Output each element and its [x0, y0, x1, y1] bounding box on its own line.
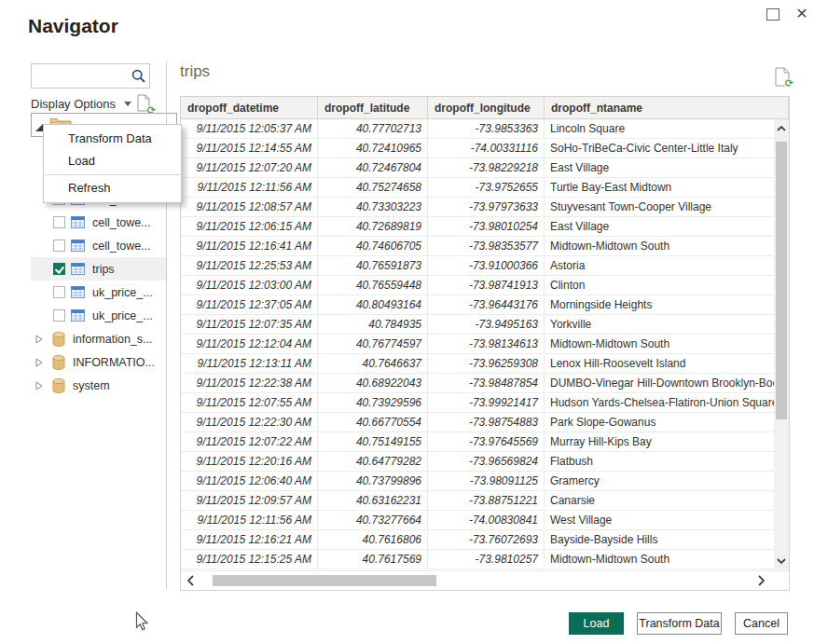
cell-dropoff_datetime: 9/11/2015 12:20:16 AM [181, 452, 318, 471]
tree-item-system[interactable]: system [31, 374, 166, 397]
checkbox[interactable] [53, 240, 65, 252]
cell-dropoff_latitude: 40.7617569 [318, 550, 428, 569]
data-preview-table: dropoff_datetimedropoff_latitudedropoff_… [180, 96, 790, 591]
scroll-down-icon[interactable] [774, 552, 789, 570]
display-options-dropdown[interactable]: Display Options ⟳ [31, 94, 164, 113]
column-header-dropoff_datetime[interactable]: dropoff_datetime [181, 97, 318, 118]
tree-item-label: cell_towe... [92, 240, 151, 253]
tree-item-uk-price-[interactable]: uk_price_... [31, 281, 166, 304]
cell-dropoff_datetime: 9/11/2015 12:16:21 AM [181, 530, 318, 549]
cell-dropoff_latitude: 40.73277664 [318, 511, 428, 529]
column-header-dropoff_ntaname[interactable]: dropoff_ntaname [545, 97, 789, 118]
close-icon[interactable]: ✕ [793, 6, 810, 22]
cell-dropoff_longitude: -73.97973633 [428, 198, 545, 216]
search-input[interactable] [32, 70, 131, 83]
tree-item-informatio-[interactable]: INFORMATIO... [31, 350, 166, 374]
table-icon [71, 240, 85, 252]
cell-dropoff_datetime: 9/11/2015 12:06:15 AM [181, 217, 318, 236]
table-row: 9/11/2015 12:11:56 AM40.73277664-74.0083… [181, 511, 774, 530]
menu-item-refresh[interactable]: Refresh [44, 177, 181, 199]
refresh-data-icon[interactable]: ⟳ [775, 67, 791, 86]
table-icon [71, 309, 85, 322]
cell-dropoff_longitude: -73.9853363 [428, 119, 545, 138]
vertical-scroll-thumb[interactable] [776, 142, 787, 419]
cell-dropoff_datetime: 9/11/2015 12:07:22 AM [181, 432, 318, 451]
transform-data-button[interactable]: Transform Data [637, 612, 722, 635]
cancel-button[interactable]: Cancel [735, 612, 788, 635]
menu-item-load[interactable]: Load [44, 150, 181, 172]
scroll-left-icon[interactable] [181, 573, 200, 588]
cell-dropoff_ntaname: West Village [545, 511, 774, 529]
cell-dropoff_latitude: 40.73929596 [318, 393, 428, 412]
column-header-dropoff_latitude[interactable]: dropoff_latitude [318, 97, 428, 118]
database-icon [52, 355, 65, 370]
checkbox[interactable] [53, 216, 65, 228]
table-row: 9/11/2015 12:07:35 AM40.784935-73.949516… [181, 315, 774, 335]
database-icon [52, 332, 65, 347]
table-row: 9/11/2015 12:22:30 AM40.66770554-73.9875… [181, 413, 774, 432]
load-button[interactable]: Load [569, 612, 624, 635]
collapsed-arrow-icon[interactable] [35, 358, 43, 367]
cell-dropoff_ntaname: East Village [545, 158, 774, 177]
cell-dropoff_ntaname: Park Slope-Gowanus [545, 413, 774, 432]
table-row: 9/11/2015 12:06:15 AM40.72689819-73.9801… [181, 217, 774, 237]
cell-dropoff_longitude: -73.9495163 [428, 315, 545, 334]
refresh-preview-icon[interactable]: ⟳ [137, 94, 153, 113]
cell-dropoff_ntaname: Turtle Bay-East Midtown [545, 178, 774, 197]
cell-dropoff_latitude: 40.73799896 [318, 472, 428, 490]
cell-dropoff_datetime: 9/11/2015 12:07:20 AM [181, 158, 318, 177]
checkbox[interactable] [53, 286, 65, 298]
cell-dropoff_ntaname: Flatbush [545, 452, 774, 471]
cell-dropoff_ntaname: Midtown-Midtown South [545, 550, 774, 569]
scroll-up-icon[interactable] [774, 119, 789, 138]
cell-dropoff_datetime: 9/11/2015 12:37:05 AM [181, 295, 318, 314]
cell-dropoff_latitude: 40.7646637 [318, 354, 428, 373]
cell-dropoff_datetime: 9/11/2015 12:15:25 AM [181, 550, 318, 569]
cell-dropoff_longitude: -74.00830841 [428, 511, 545, 529]
table-row: 9/11/2015 12:07:55 AM40.73929596-73.9992… [181, 393, 774, 413]
page-title: Navigator [28, 15, 118, 37]
chevron-down-icon [124, 102, 131, 106]
cell-dropoff_datetime: 9/11/2015 12:06:40 AM [181, 472, 318, 490]
cell-dropoff_latitude: 40.76774597 [318, 335, 428, 353]
cell-dropoff_longitude: -73.9752655 [428, 178, 545, 197]
checkbox[interactable] [53, 309, 65, 322]
maximize-icon[interactable] [766, 8, 780, 21]
cell-dropoff_longitude: -73.98487854 [428, 374, 545, 392]
cell-dropoff_datetime: 9/11/2015 12:22:38 AM [181, 374, 318, 392]
cell-dropoff_longitude: -73.96569824 [428, 452, 545, 471]
cell-dropoff_latitude: 40.75274658 [318, 178, 428, 197]
cell-dropoff_latitude: 40.68922043 [318, 374, 428, 392]
tree-item-cell-towe-[interactable]: cell_towe... [31, 234, 166, 257]
tree-item-trips[interactable]: trips [31, 257, 166, 281]
table-row: 9/11/2015 12:15:25 AM40.7617569-73.98102… [181, 550, 774, 569]
horizontal-scroll-thumb[interactable] [213, 575, 436, 586]
cell-dropoff_latitude: 40.76559448 [318, 276, 428, 295]
context-menu: Transform DataLoadRefresh [43, 124, 182, 203]
cell-dropoff_datetime: 9/11/2015 12:09:57 AM [181, 491, 318, 510]
scroll-right-icon[interactable] [752, 573, 770, 588]
cell-dropoff_datetime: 9/11/2015 12:14:55 AM [181, 139, 318, 158]
collapsed-arrow-icon[interactable] [35, 381, 43, 391]
column-header-dropoff_longitude[interactable]: dropoff_longitude [428, 97, 545, 118]
tree-item-uk-price-[interactable]: uk_price_... [31, 304, 166, 327]
cell-dropoff_longitude: -73.98010254 [428, 217, 545, 236]
cell-dropoff_ntaname: Gramercy [545, 472, 774, 490]
cell-dropoff_ntaname: Yorkville [545, 315, 774, 334]
cell-dropoff_ntaname: Stuyvesant Town-Cooper Village [545, 198, 774, 216]
horizontal-scrollbar[interactable] [181, 570, 789, 590]
cell-dropoff_longitude: -73.98741913 [428, 276, 545, 295]
tree-item-cell-towe-[interactable]: cell_towe... [31, 211, 166, 234]
checkbox[interactable] [53, 263, 65, 275]
cell-dropoff_longitude: -73.98091125 [428, 472, 545, 490]
search-icon[interactable] [131, 68, 147, 85]
table-icon [71, 216, 85, 228]
tree-item-information-s-[interactable]: information_s... [31, 327, 166, 350]
table-row: 9/11/2015 12:06:40 AM40.73799896-73.9809… [181, 472, 774, 491]
search-box[interactable] [31, 63, 150, 89]
cell-dropoff_longitude: -73.98229218 [428, 158, 545, 177]
collapsed-arrow-icon[interactable] [35, 335, 43, 344]
menu-item-transform-data[interactable]: Transform Data [44, 128, 181, 150]
cell-dropoff_datetime: 9/11/2015 12:03:00 AM [181, 276, 318, 295]
vertical-scrollbar[interactable] [774, 119, 789, 570]
